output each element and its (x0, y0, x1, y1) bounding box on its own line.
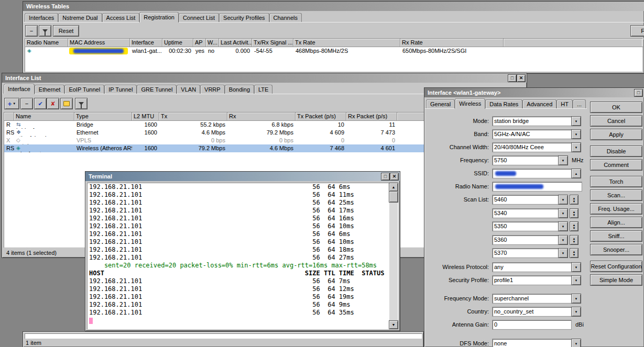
column-header-rx[interactable]: Rx (227, 113, 296, 121)
terminal-line: 192.168.21.101 56 64 9ms (87, 301, 389, 309)
scroll-up-icon[interactable]: ▲ (389, 183, 398, 191)
interface-tab-vrrp[interactable]: VRRP (200, 85, 225, 94)
interface-tab-bonding[interactable]: Bonding (225, 85, 254, 94)
cell-signal: -54/-55 (252, 48, 293, 55)
cell-l2mtu: 1600 (132, 129, 159, 137)
column-header-blank[interactable] (4, 113, 14, 121)
column-header-tx-rate[interactable]: Tx Rate (293, 39, 400, 47)
note-icon (63, 101, 70, 106)
wireless-tables-tabs: InterfacesNstreme DualAccess ListRegistr… (23, 11, 644, 23)
wireless-tab-security-profiles[interactable]: Security Profiles (219, 13, 269, 22)
column-header-last-activit[interactable]: Last Activit... (219, 39, 252, 47)
interface-tab-eoip-tunnel[interactable]: EoIP Tunnel (64, 85, 104, 94)
column-header-rx-rate[interactable]: Rx Rate (400, 39, 504, 47)
terminal-line (87, 317, 389, 324)
maximize-icon[interactable]: □ (381, 173, 389, 180)
column-header-tx-packet-p-s[interactable]: Tx Packet (p/s) (296, 113, 346, 121)
cell-l2mtu: 1600 (132, 145, 159, 152)
scrollbar-thumb[interactable] (389, 192, 398, 202)
ok-button[interactable]: OK (591, 102, 642, 113)
column-header-radio-name[interactable]: Radio Name (25, 39, 68, 47)
column-header-type[interactable]: Type (74, 113, 132, 121)
close-icon[interactable]: ✕ (517, 75, 525, 82)
registration-table-body[interactable]: ◈wlan1-gat...00:02:30yesno0.000-54/-5546… (25, 47, 642, 71)
dialog-tab-wireless[interactable]: Wireless (455, 98, 485, 109)
disable-button[interactable]: Disable (591, 146, 642, 156)
funnel-icon (42, 29, 48, 32)
filter-button[interactable] (39, 26, 51, 36)
column-header-w[interactable]: W... (206, 39, 219, 47)
x-icon: ✘ (50, 100, 55, 107)
reset-configuration-button[interactable]: Reset Configuration (591, 261, 642, 272)
interface-list-title: Interface List (5, 75, 41, 81)
cell-interface: wlan1-gat... (130, 48, 162, 55)
interface-tab-vlan[interactable]: VLAN (177, 85, 200, 94)
wireless-tab-access-list[interactable]: Access List (102, 13, 140, 22)
torch-button[interactable]: Torch (591, 176, 642, 187)
terminal-output[interactable]: 192.168.21.101 56 64 6ms192.168.21.101 5… (87, 183, 398, 329)
wireless-tables-title: Wireless Tables (26, 3, 69, 9)
interface-tab-lte[interactable]: LTE (254, 85, 272, 94)
wireless-tab-connect-list[interactable]: Connect List (179, 13, 219, 22)
registration-table: Radio NameMAC AddressInterfaceUptimeAPW.… (25, 38, 642, 72)
column-header-mac-address[interactable]: MAC Address (68, 39, 130, 47)
wireless-tab-nstreme-dual[interactable]: Nstreme Dual (58, 13, 102, 22)
remove-button[interactable]: − (21, 98, 32, 109)
interface-tab-gre-tunnel[interactable]: GRE Tunnel (137, 85, 177, 94)
wireless-tab-interfaces[interactable]: Interfaces (25, 13, 58, 22)
column-header-interface[interactable]: Interface (130, 39, 162, 47)
comment-button[interactable]: Comment (591, 160, 642, 170)
cell-ap: yes (193, 48, 206, 55)
align-button[interactable]: Align... (591, 217, 642, 228)
reset-button[interactable]: Reset (53, 26, 79, 36)
sniff-button[interactable]: Sniff... (591, 231, 642, 241)
close-icon[interactable]: ✕ (390, 173, 398, 180)
disable-button[interactable]: ✘ (47, 98, 59, 109)
cell-rx: 79.2 Mbps (227, 129, 296, 137)
interface-tab-ip-tunnel[interactable]: IP Tunnel (104, 85, 137, 94)
column-header-rx-packet-p-s[interactable]: Rx Packet (p/s) (346, 113, 397, 121)
find-button[interactable]: Find (631, 26, 644, 36)
mac-highlight (69, 48, 128, 54)
simple-mode-button[interactable]: Simple Mode (591, 275, 642, 285)
column-header-l2-mtu[interactable]: L2 MTU (132, 113, 159, 121)
wireless-tab-channels[interactable]: Channels (269, 13, 302, 22)
terminal-line: 192.168.21.101 56 64 6ms (87, 230, 389, 238)
wireless-tab-registration[interactable]: Registration (139, 12, 179, 23)
apply-button[interactable]: Apply (591, 129, 642, 140)
scan-button[interactable]: Scan... (591, 190, 642, 200)
interface-tab-interface[interactable]: Interface (4, 84, 35, 94)
cancel-button[interactable]: Cancel (591, 116, 642, 126)
column-header-uptime[interactable]: Uptime (162, 39, 193, 47)
remove-button[interactable]: − (26, 26, 37, 36)
terminal-line: 192.168.21.101 56 64 11ms (87, 191, 389, 199)
terminal-window: Terminal □ ✕ 192.168.21.101 56 64 6ms192… (85, 172, 400, 331)
terminal-scrollbar[interactable]: ▲ ▼ (389, 183, 398, 329)
column-header-ap[interactable]: AP (193, 39, 206, 47)
wireless-tables-titlebar[interactable]: Wireless Tables (23, 2, 644, 11)
cell-tx: 4.6 Mbps (159, 129, 227, 137)
registration-row[interactable]: ◈wlan1-gat...00:02:30yesno0.000-54/-5546… (25, 47, 642, 55)
filter-button[interactable] (75, 98, 87, 109)
snooper-button[interactable]: Snooper... (591, 244, 642, 255)
interface-tab-ethernet[interactable]: Ethernet (35, 85, 65, 94)
terminal-titlebar[interactable]: Terminal □ ✕ (85, 172, 400, 181)
interface-list-titlebar[interactable]: Interface List □ ✕ (2, 73, 527, 83)
enable-button[interactable]: ✔ (35, 98, 46, 109)
column-header-tx[interactable]: Tx (159, 113, 227, 121)
cell-flags: RS (4, 145, 14, 152)
cell-tx_packet: 7 468 (296, 145, 346, 152)
terminal-line: 192.168.21.101 56 64 25ms (87, 199, 389, 207)
column-header-blank[interactable] (504, 39, 644, 47)
cell-radio_name: ◈ (25, 48, 68, 55)
column-header-tx-rx-signal[interactable]: Tx/Rx Signal ... (252, 39, 293, 47)
terminal-line: 192.168.21.101 56 64 17ms (87, 207, 389, 215)
ethernet-icon: ❖ (16, 129, 71, 135)
freq-usage-button[interactable]: Freq. Usage... (591, 204, 642, 214)
maximize-icon[interactable]: □ (508, 75, 516, 82)
cell-type: Bridge (74, 121, 132, 129)
comment-button[interactable] (61, 98, 72, 109)
column-header-name[interactable]: Name (14, 113, 74, 121)
add-button[interactable]: +▼ (5, 98, 19, 109)
scroll-down-icon[interactable]: ▼ (389, 321, 398, 329)
